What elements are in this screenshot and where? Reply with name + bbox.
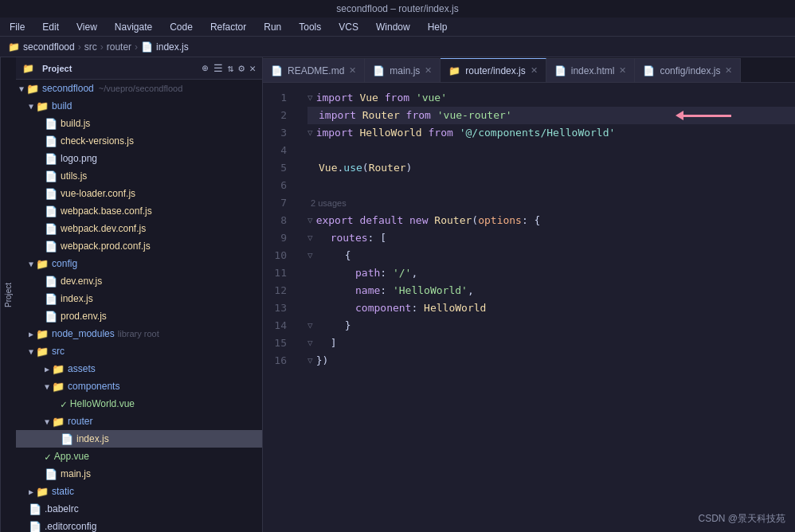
line-num-7: 7 (263, 194, 287, 212)
tree-label-libroot: library root (118, 329, 159, 338)
tree-node-webpack-prod[interactable]: 📄 webpack.prod.conf.js (16, 237, 262, 255)
tree-node-router[interactable]: ▼ 📁 router (16, 413, 262, 430)
fold-8[interactable]: ▽ (307, 229, 313, 247)
tree-node-assets[interactable]: ▶ 📁 assets (16, 360, 262, 377)
tree-node-config-index[interactable]: 📄 index.js (16, 290, 262, 307)
breadcrumb-src[interactable]: src (84, 41, 97, 53)
tree-icon-settings[interactable]: ⚙ (238, 62, 245, 74)
file-icon-editorconfig: 📄 (29, 521, 41, 533)
cls-helloworld: HelloWorld (359, 124, 421, 142)
menu-bar: File Edit View Navigate Code Refactor Ru… (0, 18, 795, 37)
menu-refactor[interactable]: Refactor (207, 20, 249, 34)
tree-node-webpack-base[interactable]: 📄 webpack.base.conf.js (16, 202, 262, 220)
fold-9[interactable]: ▽ (307, 247, 313, 264)
kw-default: default (359, 212, 403, 229)
line-num-14: 14 (263, 317, 287, 334)
tree-node-mainjs[interactable]: 📄 main.js (16, 465, 262, 483)
tree-node-utils[interactable]: 📄 utils.js (16, 167, 262, 185)
tree-label-wpdev: webpack.dev.conf.js (61, 223, 146, 234)
tab-close-routerindex[interactable]: ✕ (531, 65, 538, 76)
line-num-1: 1 (263, 89, 287, 107)
project-folder-icon: 📁 (22, 63, 34, 74)
fold-1[interactable]: ▽ (307, 89, 313, 107)
menu-edit[interactable]: Edit (39, 20, 62, 34)
tab-label-configindex: config/index.js (660, 65, 720, 76)
line-num-11: 11 (263, 264, 287, 282)
tree-icon-add[interactable]: ⊕ (202, 62, 209, 74)
tree-node-components[interactable]: ▼ 📁 components (16, 377, 262, 395)
prop-name: name (355, 282, 380, 299)
tree-label-src: src (52, 346, 65, 357)
fold-15[interactable]: ▽ (307, 352, 313, 370)
tab-icon-readme: 📄 (271, 65, 283, 76)
code-line-10: path : '/' , (307, 264, 795, 282)
kw-export: export (316, 212, 354, 229)
tree-icon-split[interactable]: ⇅ (228, 62, 234, 74)
tree-node-router-index[interactable]: 📄 index.js (16, 430, 262, 448)
tree-node-static[interactable]: ▶ 📁 static (16, 483, 262, 500)
code-editor[interactable]: ▽ import Vue from 'vue' import Router (295, 83, 795, 532)
menu-tools[interactable]: Tools (296, 20, 324, 34)
tree-node-config[interactable]: ▼ 📁 config (16, 255, 262, 272)
side-panel-label[interactable]: Project (0, 57, 16, 532)
tree-node-devenv[interactable]: 📄 dev.env.js (16, 272, 262, 290)
tab-mainjs[interactable]: 📄 main.js ✕ (365, 58, 441, 82)
tab-close-readme[interactable]: ✕ (349, 65, 356, 76)
tab-configindex[interactable]: 📄 config/index.js ✕ (635, 58, 741, 82)
file-icon-mainjs: 📄 (45, 468, 57, 480)
code-line-7: ▽ export default new Router ( options : … (307, 212, 795, 229)
tab-close-configindex[interactable]: ✕ (725, 65, 732, 76)
folder-icon-components: 📁 (52, 381, 65, 393)
cls-component-val: HelloWorld (424, 299, 486, 317)
breadcrumb-file[interactable]: index.js (156, 41, 189, 53)
fold-7[interactable]: ▽ (307, 212, 313, 229)
file-icon-configindex: 📄 (45, 293, 57, 305)
tab-close-indexhtml[interactable]: ✕ (619, 65, 626, 76)
tree-node-root[interactable]: ▼ 📁 secondflood ~/vuepro/secondflood (16, 80, 262, 97)
fold-3[interactable]: ▽ (307, 124, 313, 142)
prop-routes: routes (331, 229, 368, 247)
breadcrumb-root[interactable]: secondflood (23, 41, 75, 53)
tree-node-babelrc[interactable]: 📄 .babelrc (16, 500, 262, 518)
tab-close-mainjs[interactable]: ✕ (425, 65, 432, 76)
file-icon-prodenv: 📄 (45, 311, 57, 323)
tree-node-nodemodules[interactable]: ▶ 📁 node_modules library root (16, 325, 262, 342)
menu-code[interactable]: Code (166, 20, 196, 34)
menu-view[interactable]: View (73, 20, 100, 34)
tree-node-build-js[interactable]: 📄 build.js (16, 115, 262, 132)
line-num-4: 4 (263, 142, 287, 159)
tree-node-editorconfig[interactable]: 📄 .editorconfig (16, 518, 262, 532)
breadcrumb-bar: 📁 secondflood › src › router › 📄 index.j… (0, 37, 795, 57)
menu-file[interactable]: File (6, 20, 28, 34)
editor-tabs: 📄 README.md ✕ 📄 main.js ✕ 📁 router/index… (263, 57, 795, 83)
fold-14[interactable]: ▽ (307, 334, 313, 352)
menu-help[interactable]: Help (425, 20, 451, 34)
menu-window[interactable]: Window (373, 20, 413, 34)
tab-router-index[interactable]: 📁 router/index.js ✕ (441, 58, 546, 82)
tree-icon-close[interactable]: ✕ (249, 62, 256, 74)
menu-vcs[interactable]: VCS (335, 20, 362, 34)
tree-node-build[interactable]: ▼ 📁 build (16, 97, 262, 115)
tree-label-utils: utils.js (61, 170, 87, 182)
breadcrumb-router[interactable]: router (107, 41, 131, 53)
file-icon-wpbase: 📄 (45, 205, 57, 217)
breadcrumb-index-icon: 📄 (141, 41, 153, 53)
tree-node-logo[interactable]: 📄 logo.png (16, 150, 262, 167)
tree-node-helloworld[interactable]: ✓ HelloWorld.vue (16, 395, 262, 413)
tab-indexhtml[interactable]: 📄 index.html ✕ (546, 58, 636, 82)
str-name: 'HelloWorld' (393, 282, 468, 299)
tree-node-check-versions[interactable]: 📄 check-versions.js (16, 132, 262, 150)
fold-13[interactable]: ▽ (307, 317, 313, 334)
tree-label-build: build (52, 100, 72, 111)
menu-navigate[interactable]: Navigate (112, 20, 155, 34)
tree-node-prodenv[interactable]: 📄 prod.env.js (16, 307, 262, 325)
tab-readme[interactable]: 📄 README.md ✕ (263, 58, 365, 82)
file-tree-panel: 📁 Project ⊕ ☰ ⇅ ⚙ ✕ ▼ 📁 secondflood ~/vu… (16, 57, 263, 532)
tree-node-webpack-dev[interactable]: 📄 webpack.dev.conf.js (16, 220, 262, 237)
tree-node-vue-loader[interactable]: 📄 vue-loader.conf.js (16, 185, 262, 202)
tree-node-appvue[interactable]: ✓ App.vue (16, 448, 262, 465)
tree-icon-list[interactable]: ☰ (213, 62, 223, 74)
menu-run[interactable]: Run (260, 20, 284, 34)
arrow-annotation (676, 111, 731, 120)
tree-node-src[interactable]: ▼ 📁 src (16, 342, 262, 360)
